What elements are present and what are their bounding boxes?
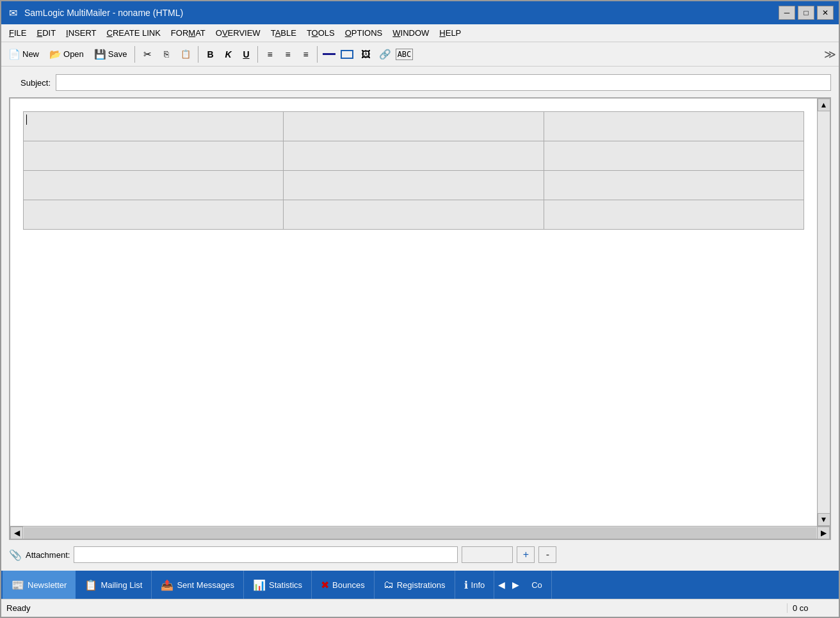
menu-bar: FILE EDIT INSERT CREATE LINK FORMAT OVER… [1,24,839,42]
sep2 [198,46,198,63]
bounces-tab-icon: ✖ [321,579,329,591]
tab-newsletter[interactable]: 📰 Newsletter [3,571,76,599]
table-cell[interactable] [24,171,284,200]
cut-button[interactable]: ✂ [138,45,156,63]
menu-options[interactable]: OPTIONS [340,26,388,40]
table-row [24,171,804,200]
subject-input[interactable] [56,74,831,91]
align-center-button[interactable]: ≡ [279,46,296,63]
underline-button[interactable]: U [238,46,254,63]
scroll-down-button[interactable]: ▼ [818,513,830,526]
attachment-browse-button[interactable] [462,546,513,563]
align-right-button[interactable]: ≡ [297,46,314,63]
menu-file[interactable]: FILE [4,26,31,40]
tab-statistics[interactable]: 📊 Statistics [244,571,312,599]
tab-prev-button[interactable]: ◀ [494,574,508,595]
sep1 [134,46,135,63]
mailing-list-tab-label: Mailing List [101,580,142,590]
editor-content[interactable] [10,99,817,526]
tab-sent-messages[interactable]: 📤 Sent Messages [152,571,244,599]
menu-window[interactable]: WINDOW [387,26,434,40]
co-tab-label: Co [531,580,542,590]
paste-button[interactable]: 📋 [177,45,195,63]
align-left-button[interactable]: ≡ [261,46,278,63]
menu-create-link[interactable]: CREATE LINK [102,26,166,40]
image-button[interactable]: 🖼 [357,45,375,63]
tab-next-button[interactable]: ▶ [508,574,522,595]
link-button[interactable]: 🔗 [376,45,394,63]
attachment-label: Attachment: [26,550,70,560]
info-tab-icon: ℹ [464,579,468,591]
tab-co[interactable]: Co [522,571,552,599]
table-cell[interactable] [544,200,804,230]
tab-mailing-list[interactable]: 📋 Mailing List [76,571,152,599]
horizontal-scrollbar: ◀ ▶ [10,526,830,539]
table-cell[interactable] [544,112,804,141]
new-button[interactable]: 📄 New [4,45,44,64]
hline-button[interactable] [321,46,337,63]
bold-button[interactable]: B [202,46,218,63]
attachment-icon: 📎 [9,549,22,561]
menu-help[interactable]: HELP [434,26,466,40]
menu-format[interactable]: FORMAT [166,26,211,40]
scroll-up-button[interactable]: ▲ [818,99,830,111]
paste-icon: 📋 [181,49,191,59]
tab-info[interactable]: ℹ Info [455,571,495,599]
attachment-input[interactable] [74,546,458,563]
registrations-tab-icon: 🗂 [384,579,394,590]
menu-edit[interactable]: EDIT [31,26,61,40]
editor-table[interactable] [23,111,804,230]
tab-registrations[interactable]: 🗂 Registrations [375,571,455,599]
rect-button[interactable] [339,46,355,63]
table-cell[interactable] [284,200,544,230]
main-window: ✉ SamLogic MultiMailer - noname (HTML) ─… [0,0,840,618]
menu-table[interactable]: TABLE [266,26,302,40]
menu-tools[interactable]: TOOLS [302,26,340,40]
scroll-left-button[interactable]: ◀ [10,527,23,539]
copy-button[interactable]: ⎘ [158,45,175,63]
table-cell[interactable] [544,141,804,171]
open-label: Open [63,49,84,59]
tab-bounces[interactable]: ✖ Bounces [312,571,375,599]
registrations-tab-label: Registrations [397,580,446,590]
attachment-row: 📎 Attachment: + - [9,546,831,563]
save-button[interactable]: 💾 Save [90,45,132,64]
title-bar-controls: ─ □ ✕ [779,6,834,20]
hline-icon [323,53,335,55]
open-button[interactable]: 📂 Open [45,45,88,64]
close-button[interactable]: ✕ [817,6,834,20]
status-ready: Ready [1,603,788,613]
save-icon: 💾 [94,49,106,60]
scroll-track-v[interactable] [818,111,830,513]
attachment-add-button[interactable]: + [517,546,535,563]
status-bar: Ready 0 co [1,599,839,617]
editor-inner: ▲ ▼ [10,99,830,526]
table-cell[interactable] [24,141,284,171]
sent-messages-tab-label: Sent Messages [177,580,234,590]
attachment-remove-button[interactable]: - [538,546,556,563]
scroll-right-button[interactable]: ▶ [817,527,830,539]
bounces-tab-label: Bounces [332,580,365,590]
title-bar: ✉ SamLogic MultiMailer - noname (HTML) ─… [1,1,839,24]
toolbar-more[interactable]: ≫ [823,44,836,65]
menu-overview[interactable]: OVERVIEW [211,26,266,40]
image-icon: 🖼 [361,49,371,59]
table-cell[interactable] [24,112,284,141]
open-icon: 📂 [49,49,61,60]
editor-container[interactable]: ▲ ▼ ◀ ▶ [9,97,831,540]
italic-button[interactable]: K [220,46,236,63]
statistics-tab-label: Statistics [269,580,302,590]
maximize-button[interactable]: □ [798,6,814,20]
statistics-tab-icon: 📊 [253,579,266,591]
table-cell[interactable] [24,200,284,230]
table-cell[interactable] [284,171,544,200]
spellcheck-button[interactable]: ABC [395,45,413,63]
minimize-button[interactable]: ─ [779,6,795,20]
menu-insert[interactable]: INSERT [61,26,101,40]
table-row [24,112,804,141]
table-cell[interactable] [284,112,544,141]
link-icon: 🔗 [379,49,391,60]
table-cell[interactable] [544,171,804,200]
table-cell[interactable] [284,141,544,171]
scroll-track-h[interactable] [24,527,816,539]
